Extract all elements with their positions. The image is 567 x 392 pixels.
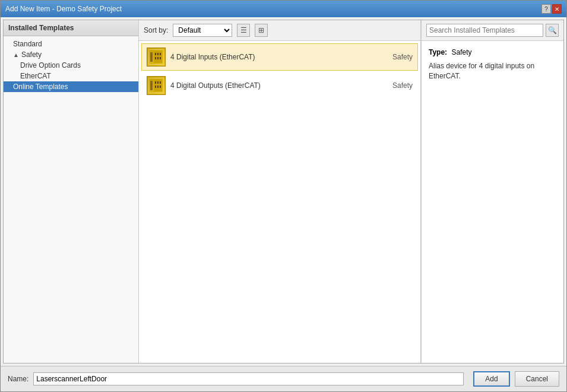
detail-type-row: Type: Safety [429, 48, 556, 56]
svg-rect-11 [157, 81, 159, 84]
sidebar-item-online-templates[interactable]: Online Templates [4, 81, 138, 92]
detail-description: Alias device for 4 digital inputs on Eth… [429, 61, 556, 81]
sidebar-item-ethercat[interactable]: EtherCAT [4, 71, 138, 81]
right-panel: 🔍 Type: Safety Alias device for 4 digita… [421, 20, 563, 363]
svg-rect-10 [155, 81, 156, 84]
sort-select[interactable]: Default Name Type Date [173, 24, 232, 37]
svg-rect-13 [155, 86, 156, 88]
template-icon-digital-outputs [147, 76, 166, 95]
sidebar-item-label: Standard [13, 40, 42, 48]
svg-rect-5 [155, 57, 156, 59]
sidebar-item-label: Drive Option Cards [20, 61, 81, 69]
detail-type-value: Safety [451, 48, 471, 56]
search-toolbar: 🔍 [422, 20, 563, 41]
main-body: Installed Templates Standard ▲ Safety Dr… [3, 20, 564, 363]
action-buttons: Add Cancel [473, 371, 559, 387]
help-button[interactable]: ? [541, 4, 551, 14]
svg-rect-7 [160, 57, 161, 59]
sidebar-item-label: Online Templates [13, 83, 68, 91]
svg-rect-6 [157, 57, 159, 59]
sidebar-item-standard[interactable]: Standard [4, 39, 138, 49]
main-window: Add New Item - Demo Safety Project ? ✕ I… [0, 0, 567, 392]
sort-toolbar: Sort by: Default Name Type Date ☰ ⊞ [139, 20, 420, 41]
sidebar-item-label: Safety [21, 50, 42, 59]
title-bar: Add New Item - Demo Safety Project ? ✕ [1, 1, 566, 17]
sidebar-item-drive-option-cards[interactable]: Drive Option Cards [4, 60, 138, 71]
svg-rect-9 [154, 80, 162, 91]
svg-rect-12 [160, 81, 161, 84]
list-view-button[interactable]: ☰ [237, 24, 250, 37]
center-panel: Sort by: Default Name Type Date ☰ ⊞ [139, 20, 421, 363]
name-input[interactable] [33, 372, 464, 385]
detail-area: Type: Safety Alias device for 4 digital … [422, 41, 563, 363]
template-item-digital-outputs[interactable]: 4 Digital Outputs (EtherCAT) Safety [141, 72, 418, 99]
search-input[interactable] [426, 24, 543, 37]
templates-list: 4 Digital Inputs (EtherCAT) Safety [139, 41, 420, 363]
close-button[interactable]: ✕ [552, 4, 562, 14]
detail-type-label: Type: [429, 48, 447, 56]
template-type-digital-inputs: Safety [392, 53, 413, 61]
template-type-digital-outputs: Safety [392, 81, 413, 90]
template-tree: Standard ▲ Safety Drive Option Cards Eth… [4, 36, 138, 363]
expand-icon: ▲ [13, 52, 19, 58]
svg-rect-4 [160, 53, 161, 55]
svg-rect-3 [157, 53, 159, 55]
sort-label: Sort by: [144, 26, 168, 34]
bottom-bar: Name: Add Cancel [1, 366, 566, 391]
svg-rect-15 [160, 86, 161, 88]
content-area: Installed Templates Standard ▲ Safety Dr… [1, 17, 566, 391]
svg-rect-8 [150, 81, 153, 90]
name-label: Name: [8, 375, 28, 383]
svg-rect-1 [154, 51, 162, 63]
window-title: Add New Item - Demo Safety Project [5, 5, 122, 13]
svg-rect-0 [150, 52, 153, 62]
installed-templates-header: Installed Templates [4, 20, 138, 36]
search-button[interactable]: 🔍 [546, 24, 559, 37]
sidebar-item-safety[interactable]: ▲ Safety [4, 49, 138, 60]
template-name-digital-inputs: 4 Digital Inputs (EtherCAT) [170, 53, 388, 61]
title-bar-buttons: ? ✕ [541, 4, 562, 14]
left-panel: Installed Templates Standard ▲ Safety Dr… [4, 20, 139, 363]
template-name-digital-outputs: 4 Digital Outputs (EtherCAT) [170, 81, 388, 90]
template-icon-digital-inputs [147, 48, 166, 67]
template-item-digital-inputs[interactable]: 4 Digital Inputs (EtherCAT) Safety [141, 43, 418, 71]
cancel-button[interactable]: Cancel [515, 371, 559, 387]
svg-rect-14 [157, 86, 159, 88]
add-button[interactable]: Add [473, 371, 509, 387]
grid-view-button[interactable]: ⊞ [255, 24, 268, 37]
svg-rect-2 [155, 53, 156, 55]
sidebar-item-label: EtherCAT [20, 72, 51, 80]
